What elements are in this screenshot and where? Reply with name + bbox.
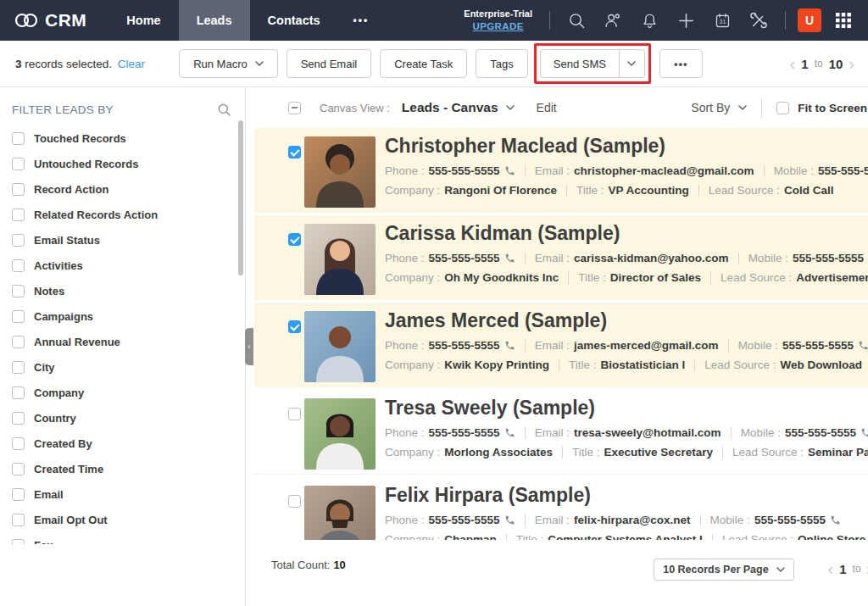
previous-page-icon[interactable]: ‹ (790, 55, 796, 72)
filter-item-notes[interactable]: Notes (0, 278, 245, 303)
filter-search-icon[interactable] (217, 103, 231, 117)
lead-card: James Merced (Sample) Phone : 555-555-55… (254, 303, 868, 387)
next-page-icon[interactable]: › (849, 55, 854, 72)
filter-item-country[interactable]: Country (0, 405, 245, 431)
title-value: Computer Systems Analyst I (548, 533, 703, 540)
selected-text: records selected. (25, 58, 112, 70)
fit-to-screen-checkbox[interactable] (776, 102, 789, 114)
checkbox[interactable] (12, 158, 25, 170)
phone-call-icon[interactable] (504, 165, 515, 176)
lead-checkbox[interactable] (288, 146, 301, 158)
sidebar-scrollbar[interactable] (238, 120, 243, 275)
more-actions-button[interactable]: ••• (659, 49, 703, 78)
phone-call-icon[interactable] (858, 340, 868, 351)
title-value: VP Accounting (609, 184, 689, 197)
checkbox[interactable] (12, 259, 25, 272)
nav-tab-home[interactable]: Home (108, 0, 178, 41)
filter-item-created-time[interactable]: Created Time (0, 456, 245, 481)
view-selector-dropdown[interactable]: Leads - Canvas (402, 100, 515, 115)
lead-checkbox[interactable] (288, 495, 301, 508)
app-logo[interactable]: CRM (0, 0, 108, 41)
create-task-button[interactable]: Create Task (380, 49, 467, 78)
notifications-bell-icon[interactable] (635, 6, 664, 35)
checkbox[interactable] (12, 208, 25, 221)
filter-item-city[interactable]: City (0, 354, 245, 380)
canvas-header-right: Sort By Fit to Screen (691, 97, 867, 118)
lead-name[interactable]: Felix Hirpara (Sample) (385, 484, 865, 507)
clear-selection-link[interactable]: Clear (118, 58, 145, 70)
upgrade-link[interactable]: UPGRADE (464, 20, 532, 34)
filter-item-created-by[interactable]: Created By (0, 431, 245, 456)
send-sms-button[interactable]: Send SMS (541, 50, 619, 77)
lead-checkbox[interactable] (288, 233, 301, 246)
filter-item-email-status[interactable]: Email Status (0, 227, 245, 253)
email-label: Email : (535, 426, 570, 439)
crm-app-window: CRM Home Leads Contacts ••• Enterprise-T… (0, 0, 868, 606)
lead-photo (304, 224, 376, 295)
search-icon[interactable] (562, 6, 591, 35)
checkbox[interactable] (12, 183, 25, 196)
run-macro-button[interactable]: Run Macro (179, 49, 278, 78)
filter-item-company[interactable]: Company (0, 380, 245, 405)
filter-item-record-action[interactable]: Record Action (0, 176, 245, 202)
checkbox[interactable] (12, 361, 25, 374)
filter-item-email-opt-out[interactable]: Email Opt Out (0, 507, 245, 532)
filter-item-email[interactable]: Email (0, 481, 245, 507)
nav-tab-contacts[interactable]: Contacts (250, 0, 338, 41)
filter-item-untouched-records[interactable]: Untouched Records (0, 151, 245, 176)
filter-item-fax[interactable]: Fax (0, 532, 245, 544)
user-avatar[interactable]: U (798, 8, 821, 32)
sidebar-collapse-handle[interactable]: ‹ (245, 328, 253, 365)
checkbox[interactable] (12, 234, 25, 247)
checkbox[interactable] (12, 285, 25, 297)
checkbox[interactable] (12, 514, 25, 526)
filter-item-annual-revenue[interactable]: Annual Revenue (0, 329, 245, 354)
records-per-page-dropdown[interactable]: 10 Records Per Page (654, 559, 793, 581)
checkbox[interactable] (12, 412, 25, 425)
filter-item-touched-records[interactable]: Touched Records (0, 125, 245, 151)
divider (549, 11, 550, 30)
phone-call-icon[interactable] (504, 253, 515, 264)
send-sms-dropdown-button[interactable] (619, 50, 644, 77)
nav-tab-leads[interactable]: Leads (179, 0, 250, 41)
lead-name[interactable]: Carissa Kidman (Sample) (385, 222, 868, 245)
lead-name[interactable]: Christopher Maclead (Sample) (385, 135, 868, 158)
checkbox[interactable] (12, 310, 25, 323)
phone-call-icon[interactable] (504, 427, 515, 438)
previous-page-icon[interactable]: ‹ (828, 560, 834, 577)
send-email-button[interactable]: Send Email (287, 49, 371, 78)
lead-checkbox[interactable] (288, 408, 301, 420)
divider (525, 165, 526, 177)
lead-name[interactable]: Tresa Sweely (Sample) (385, 397, 868, 420)
app-grid-icon[interactable] (829, 6, 858, 35)
tags-button[interactable]: Tags (476, 49, 527, 78)
add-user-icon[interactable] (598, 6, 627, 35)
setup-tools-icon[interactable] (744, 6, 773, 35)
phone-call-icon[interactable] (830, 514, 841, 525)
checkbox[interactable] (12, 539, 25, 545)
checkbox[interactable] (12, 336, 25, 348)
phone-call-icon[interactable] (504, 514, 515, 525)
calendar-icon[interactable]: 31 (708, 6, 737, 35)
phone-call-icon[interactable] (860, 427, 868, 438)
filter-item-related-records-action[interactable]: Related Records Action (0, 202, 245, 227)
lead-checkbox[interactable] (288, 320, 301, 333)
nav-more-tabs-button[interactable]: ••• (338, 0, 385, 41)
lead-name[interactable]: James Merced (Sample) (385, 309, 868, 332)
sort-by-dropdown[interactable]: Sort By (691, 101, 747, 114)
filter-item-activities[interactable]: Activities (0, 253, 245, 278)
filter-item-campaigns[interactable]: Campaigns (0, 303, 245, 329)
select-all-checkbox[interactable] (288, 102, 301, 114)
record-range-pager: ‹ 1 to 10 › (828, 560, 868, 577)
checkbox[interactable] (12, 132, 25, 145)
phone-call-icon[interactable] (504, 340, 515, 351)
checkbox[interactable] (12, 488, 25, 501)
edit-view-link[interactable]: Edit (537, 101, 557, 114)
checkbox[interactable] (12, 437, 25, 450)
checkbox[interactable] (12, 463, 25, 475)
quick-add-plus-icon[interactable] (671, 6, 700, 35)
checkbox[interactable] (12, 386, 25, 399)
company-value: Morlong Associates (444, 446, 553, 459)
lead-source-value: Advertisement (796, 271, 868, 284)
email-value: tresa-sweely@hotmail.com (574, 426, 721, 439)
